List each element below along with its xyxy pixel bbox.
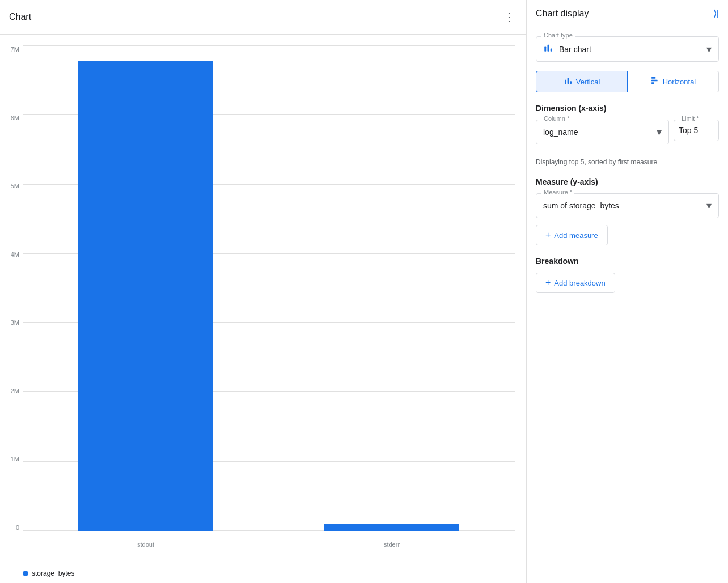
measure-select[interactable]: sum of storage_bytes ▾ — [536, 193, 719, 218]
panel-content: Chart type Bar chart ▾ — [527, 27, 728, 313]
y-axis-labels: 0 1M 2M 3M 4M 5M 6M 7M — [0, 46, 23, 531]
more-options-icon[interactable]: ⋮ — [501, 8, 517, 26]
svg-rect-8 — [651, 82, 654, 84]
column-label: Column * — [541, 115, 572, 122]
add-breakdown-button[interactable]: + Add breakdown — [536, 273, 615, 293]
column-arrow-icon: ▾ — [657, 126, 662, 138]
vertical-bar-icon — [564, 76, 573, 87]
y-label-7m: 7M — [0, 46, 23, 53]
bar-group-stdout — [23, 46, 269, 531]
chart-display-panel: Chart display ⟩| Chart type Bar chart — [527, 0, 728, 583]
y-label-1m: 1M — [0, 456, 23, 462]
panel-collapse-icon[interactable]: ⟩| — [713, 8, 719, 19]
measure-section: Measure (y-axis) Measure * sum of storag… — [536, 177, 719, 245]
svg-rect-6 — [651, 77, 655, 79]
limit-value: Top 5 — [679, 126, 698, 135]
limit-label: Limit * — [679, 115, 701, 122]
chart-legend: storage_bytes — [0, 565, 526, 583]
chart-type-field: Chart type Bar chart ▾ — [536, 36, 719, 62]
chart-type-select[interactable]: Bar chart ▾ — [536, 36, 719, 62]
svg-rect-2 — [551, 49, 552, 52]
chart-area: 0 1M 2M 3M 4M 5M 6M 7M — [0, 35, 526, 565]
dimension-title: Dimension (x-axis) — [536, 104, 719, 113]
column-select[interactable]: log_name ▾ — [536, 120, 669, 144]
breakdown-section: Breakdown + Add breakdown — [536, 257, 719, 293]
measure-arrow-icon: ▾ — [706, 199, 712, 212]
horizontal-bar-icon — [650, 76, 659, 87]
orientation-buttons: Vertical Horizontal — [536, 71, 719, 92]
add-measure-plus-icon: + — [545, 230, 551, 240]
bar-group-stderr — [269, 46, 515, 531]
vertical-label: Vertical — [576, 78, 600, 86]
chart-type-arrow-icon: ▾ — [706, 43, 712, 56]
horizontal-button[interactable]: Horizontal — [628, 71, 719, 92]
chart-type-label: Chart type — [541, 32, 575, 39]
svg-rect-0 — [544, 47, 546, 52]
add-measure-label: Add measure — [554, 231, 598, 240]
chart-header: Chart ⋮ — [0, 0, 526, 35]
limit-field: Limit * Top 5 — [674, 120, 719, 144]
dimension-section: Dimension (x-axis) Column * log_name ▾ L… — [536, 104, 719, 166]
bar-stdout — [78, 61, 214, 531]
svg-rect-3 — [565, 80, 566, 84]
legend-label: storage_bytes — [32, 569, 74, 577]
dimension-row: Column * log_name ▾ Limit * Top 5 — [536, 120, 719, 154]
bar-stderr — [324, 524, 460, 531]
x-axis-labels: stdout stderr — [23, 541, 515, 548]
breakdown-title: Breakdown — [536, 257, 719, 266]
y-label-4m: 4M — [0, 251, 23, 258]
chart-type-value: Bar chart — [559, 45, 591, 54]
chart-title: Chart — [9, 12, 31, 22]
chart-panel: Chart ⋮ 0 1M 2M 3M 4M 5M 6M 7M — [0, 0, 527, 583]
svg-rect-4 — [567, 78, 569, 84]
svg-rect-1 — [548, 45, 549, 52]
measure-value: sum of storage_bytes — [543, 201, 619, 210]
y-label-0: 0 — [0, 524, 23, 531]
column-field: Column * log_name ▾ — [536, 120, 669, 144]
bars-container — [23, 46, 515, 531]
svg-rect-7 — [651, 80, 658, 82]
x-label-stderr: stderr — [269, 541, 515, 548]
add-breakdown-plus-icon: + — [545, 278, 551, 288]
chart-type-select-left: Bar chart — [543, 42, 591, 56]
limit-select[interactable]: Top 5 — [674, 120, 719, 141]
horizontal-label: Horizontal — [663, 78, 696, 86]
measure-label: Measure * — [541, 189, 574, 195]
add-breakdown-label: Add breakdown — [554, 279, 605, 287]
legend-dot — [23, 571, 28, 576]
y-label-5m: 5M — [0, 182, 23, 189]
panel-title: Chart display — [536, 8, 589, 19]
measure-field: Measure * sum of storage_bytes ▾ — [536, 193, 719, 218]
y-label-3m: 3M — [0, 319, 23, 326]
y-label-2m: 2M — [0, 388, 23, 394]
column-value: log_name — [543, 127, 578, 137]
y-label-6m: 6M — [0, 114, 23, 121]
bar-chart-icon — [543, 42, 553, 56]
measure-title: Measure (y-axis) — [536, 177, 719, 186]
vertical-button[interactable]: Vertical — [536, 71, 628, 92]
add-measure-button[interactable]: + Add measure — [536, 225, 608, 245]
dimension-hint: Displaying top 5, sorted by first measur… — [536, 158, 719, 166]
svg-rect-5 — [570, 81, 572, 84]
x-label-stdout: stdout — [23, 541, 269, 548]
panel-header: Chart display ⟩| — [527, 0, 728, 27]
